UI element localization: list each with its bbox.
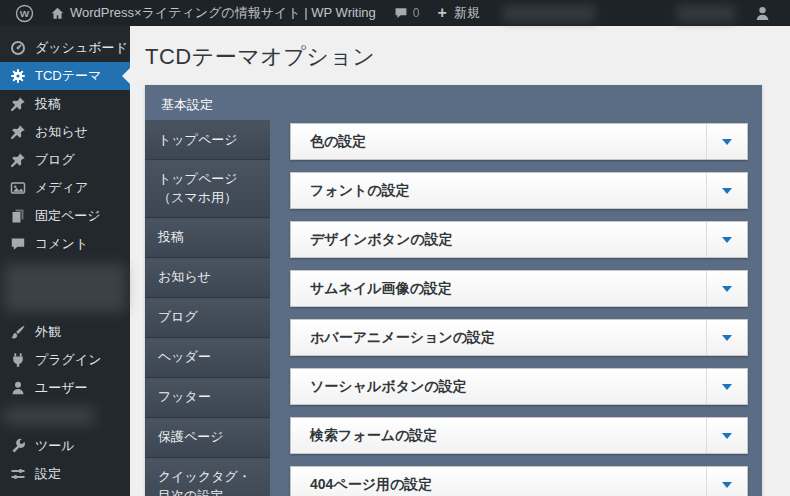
submenu-item[interactable]: フッター (145, 378, 270, 418)
sidebar-item-appearance[interactable]: 外観 (0, 318, 130, 346)
plus-icon: + (438, 5, 447, 21)
sidebar-item-comments[interactable]: コメント (0, 230, 130, 258)
submenu-item[interactable]: トップページ（スマホ用） (145, 160, 270, 218)
brush-icon (10, 324, 26, 340)
submenu-item[interactable]: お知らせ (145, 258, 270, 298)
accordion-panel-label: フォントの設定 (291, 173, 706, 208)
sidebar-item-label: 設定 (35, 465, 61, 483)
sidebar-item-label: ツール (35, 437, 75, 455)
accordion-panel[interactable]: 色の設定 (290, 123, 748, 160)
sidebar-item-label: プラグイン (35, 351, 102, 369)
accordion-toggle[interactable] (706, 271, 747, 306)
accordion-toggle[interactable] (706, 124, 747, 159)
wrench-icon (10, 438, 26, 454)
chevron-down-icon (722, 139, 732, 145)
comments-count: 0 (413, 6, 420, 20)
chevron-down-icon (722, 433, 732, 439)
comments-shortcut[interactable]: 0 (385, 0, 429, 26)
sidebar-item-label: お知らせ (35, 123, 88, 141)
accordion-list: 色の設定フォントの設定デザインボタンの設定サムネイル画像の設定ホバーアニメーショ… (270, 120, 762, 496)
sidebar-item-label: 固定ページ (35, 207, 101, 225)
page-title: TCDテーマオプション (145, 26, 790, 85)
sidebar-item-settings[interactable]: 設定 (0, 460, 130, 488)
submenu-item[interactable]: トップページ (145, 120, 270, 160)
redacted-user-greeting (677, 5, 735, 22)
accordion-panel[interactable]: 404ページ用の設定 (290, 466, 748, 496)
site-link[interactable]: WordPress×ライティングの情報サイト | WP Writing (41, 0, 385, 26)
sidebar-item-pages[interactable]: 固定ページ (0, 202, 130, 230)
user-account-icon[interactable] (745, 0, 780, 26)
accordion-panel-label: ホバーアニメーションの設定 (291, 320, 706, 355)
sidebar-item-tools[interactable]: ツール (0, 432, 130, 460)
accordion-panel[interactable]: デザインボタンの設定 (290, 221, 748, 258)
accordion-panel[interactable]: ホバーアニメーションの設定 (290, 319, 748, 356)
plugin-icon (10, 352, 26, 368)
accordion-panel-label: 検索フォームの設定 (291, 418, 706, 453)
accordion-toggle[interactable] (706, 467, 747, 496)
svg-text:W: W (20, 8, 30, 19)
accordion-panel[interactable]: ソーシャルボタンの設定 (290, 368, 748, 405)
sidebar-item-users[interactable]: ユーザー (0, 374, 130, 402)
wordpress-logo-icon[interactable]: W (8, 0, 41, 26)
theme-options-panel: 基本設定 トップページトップページ（スマホ用）投稿お知らせブログヘッダーフッター… (145, 85, 762, 496)
admin-bar: W WordPress×ライティングの情報サイト | WP Writing 0 … (0, 0, 790, 26)
sidebar-item-label: コメント (35, 235, 88, 253)
accordion-panel-label: 404ページ用の設定 (291, 467, 706, 496)
submenu-item[interactable]: クイックタグ・目次の設定 (145, 458, 270, 496)
gear-icon (10, 68, 26, 84)
settings-icon (10, 466, 26, 482)
accordion-panel[interactable]: フォントの設定 (290, 172, 748, 209)
main-content: TCDテーマオプション 基本設定 トップページトップページ（スマホ用）投稿お知ら… (130, 26, 790, 496)
sidebar-item-label: 外観 (35, 323, 61, 341)
sidebar-item-news[interactable]: お知らせ (0, 118, 130, 146)
options-submenu: トップページトップページ（スマホ用）投稿お知らせブログヘッダーフッター保護ページ… (145, 120, 270, 496)
sidebar-item-label: 投稿 (35, 95, 61, 113)
admin-sidebar: ダッシュボードTCDテーマ投稿お知らせブログメディア固定ページコメント外観プラグ… (0, 26, 130, 496)
submenu-item[interactable]: 保護ページ (145, 418, 270, 458)
new-content-button[interactable]: + 新規 (429, 0, 489, 26)
sidebar-menu: ダッシュボードTCDテーマ投稿お知らせブログメディア固定ページコメント外観プラグ… (0, 34, 130, 488)
sidebar-item-dashboard[interactable]: ダッシュボード (0, 34, 130, 62)
redacted-admin-bar-item (503, 5, 595, 22)
redacted-menu-item (4, 264, 126, 312)
pushpin-icon (10, 96, 26, 112)
user-icon (10, 380, 26, 396)
submenu-item[interactable]: ヘッダー (145, 338, 270, 378)
sidebar-item-label: ダッシュボード (35, 39, 128, 57)
accordion-toggle[interactable] (706, 222, 747, 257)
home-icon (50, 6, 65, 21)
redacted-menu-item (4, 407, 94, 425)
pages-icon (10, 208, 26, 224)
accordion-toggle[interactable] (706, 369, 747, 404)
accordion-panel[interactable]: サムネイル画像の設定 (290, 270, 748, 307)
sidebar-item-blog[interactable]: ブログ (0, 146, 130, 174)
chevron-down-icon (722, 237, 732, 243)
tab-basic-settings[interactable]: 基本設定 (145, 85, 762, 120)
chevron-down-icon (722, 188, 732, 194)
sidebar-item-media[interactable]: メディア (0, 174, 130, 202)
sidebar-item-tcd-theme[interactable]: TCDテーマ (0, 62, 130, 90)
chevron-down-icon (722, 482, 732, 488)
new-label: 新規 (454, 4, 480, 22)
dashboard-icon (10, 40, 26, 56)
accordion-panel-label: ソーシャルボタンの設定 (291, 369, 706, 404)
submenu-item[interactable]: ブログ (145, 298, 270, 338)
accordion-toggle[interactable] (706, 418, 747, 453)
comment-icon (10, 236, 26, 252)
active-item-arrow (122, 68, 130, 84)
sidebar-item-label: ユーザー (35, 379, 88, 397)
sidebar-item-label: ブログ (35, 151, 75, 169)
accordion-toggle[interactable] (706, 173, 747, 208)
pushpin-icon (10, 152, 26, 168)
comment-bubble-icon (394, 6, 408, 20)
sidebar-item-label: TCDテーマ (35, 67, 101, 85)
sidebar-item-posts[interactable]: 投稿 (0, 90, 130, 118)
chevron-down-icon (722, 384, 732, 390)
accordion-panel[interactable]: 検索フォームの設定 (290, 417, 748, 454)
site-title: WordPress×ライティングの情報サイト | WP Writing (70, 4, 376, 22)
sidebar-item-plugins[interactable]: プラグイン (0, 346, 130, 374)
accordion-panel-label: 色の設定 (291, 124, 706, 159)
accordion-toggle[interactable] (706, 320, 747, 355)
submenu-item[interactable]: 投稿 (145, 218, 270, 258)
sidebar-item-label: メディア (35, 179, 88, 197)
